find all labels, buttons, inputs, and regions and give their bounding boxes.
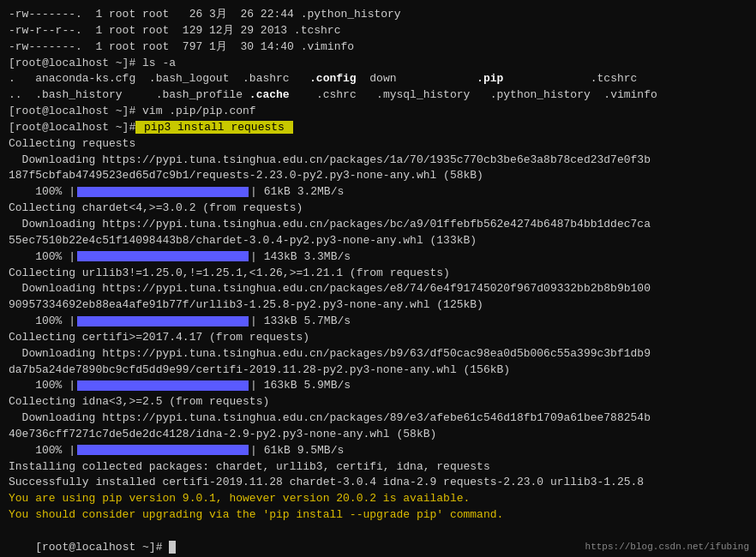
progress-bar-chardet (77, 251, 249, 261)
dl-certifi-2: da7b5a24de7890bc9cfd5dd9e99/certifi-2019… (9, 362, 747, 379)
collecting-requests: Collecting requests (9, 136, 747, 153)
dl-requests-1: Downloading https://pypi.tuna.tsinghua.e… (9, 153, 747, 169)
progress-certifi: 100% || 163kB 5.9MB/s (9, 378, 747, 394)
dl-certifi-1: Downloading https://pypi.tuna.tsinghua.e… (9, 346, 747, 362)
watermark: https://blog.csdn.net/ifubing (585, 542, 749, 552)
cursor (169, 541, 176, 554)
collecting-chardet: Collecting chardet<4,>=3.0.2 (from reque… (9, 201, 747, 217)
prompt-text: [root@localhost ~]# (35, 541, 169, 554)
final-prompt: [root@localhost ~]# (9, 524, 747, 557)
dl-requests-2: 187f5cbfab4749523ed65d7c9b1/requests-2.2… (9, 168, 747, 184)
cmd-vim: [root@localhost ~]# vim .pip/pip.conf (9, 104, 747, 120)
collecting-urllib3: Collecting urllib3!=1.25.0,!=1.25.1,<1.2… (9, 266, 747, 282)
dl-urllib3-1: Downloading https://pypi.tuna.tsinghua.e… (9, 281, 747, 297)
file-line-2: -rw-r--r--. 1 root root 129 12月 29 2013 … (9, 23, 747, 39)
file-line-1: -rw-------. 1 root root 26 3月 26 22:44 .… (9, 7, 747, 23)
progress-bar-urllib3 (77, 316, 249, 326)
dl-idna-1: Downloading https://pypi.tuna.tsinghua.e… (9, 410, 747, 427)
successfully-installed: Successfully installed certifi-2019.11.2… (9, 475, 747, 491)
pip-warning-2: You should consider upgrading via the 'p… (9, 507, 747, 524)
terminal: -rw-------. 1 root root 26 3月 26 22:44 .… (0, 0, 756, 557)
file-line-3: -rw-------. 1 root root 797 1月 30 14:40 … (9, 39, 747, 56)
collecting-certifi: Collecting certifi>=2017.4.17 (from requ… (9, 330, 747, 346)
cmd-pip3: [root@localhost ~]# pip3 install request… (9, 120, 747, 136)
installing-collected: Installing collected packages: chardet, … (9, 459, 747, 476)
dl-urllib3-2: 90957334692eb88ea4afe91b77f/urllib3-1.25… (9, 297, 747, 314)
cmd-ls: [root@localhost ~]# ls -a (9, 56, 747, 72)
progress-chardet: 100% || 143kB 3.3MB/s (9, 249, 747, 266)
pip-warning-1: You are using pip version 9.0.1, however… (9, 491, 747, 507)
progress-requests: 100% || 61kB 3.2MB/s (9, 184, 747, 201)
progress-idna: 100% || 61kB 9.5MB/s (9, 443, 747, 459)
dl-chardet-1: Downloading https://pypi.tuna.tsinghua.e… (9, 217, 747, 233)
dir-line-1: . anaconda-ks.cfg .bash_logout .bashrc .… (9, 71, 747, 87)
collecting-idna: Collecting idna<3,>=2.5 (from requests) (9, 394, 747, 410)
progress-bar-certifi (77, 380, 249, 391)
dl-chardet-2: 55ec7510b22e4c51f14098443b8/chardet-3.0.… (9, 233, 747, 249)
progress-bar-idna (77, 445, 249, 455)
dir-line-2: .. .bash_history .bash_profile .cache .c… (9, 87, 747, 104)
dl-idna-2: 40e736cff7271c7de5de2dc4128/idna-2.9-py2… (9, 427, 747, 443)
highlighted-command: pip3 install requests (135, 121, 292, 134)
progress-urllib3: 100% || 133kB 5.7MB/s (9, 314, 747, 330)
progress-bar-requests (77, 187, 249, 197)
